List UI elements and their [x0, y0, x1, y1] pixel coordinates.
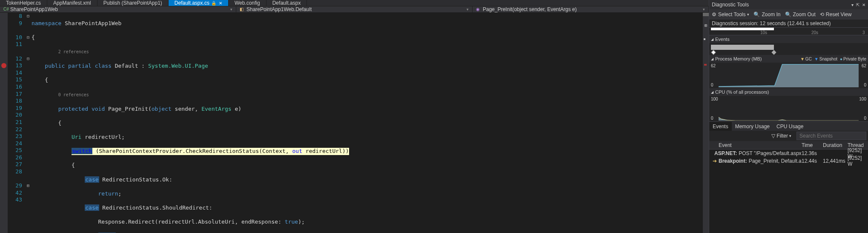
tab-default-aspx[interactable]: Default.aspx: [266, 0, 307, 6]
breakpoint-gutter[interactable]: [0, 13, 8, 233]
funnel-icon: ▽: [771, 133, 775, 139]
ref-hint[interactable]: 0 references: [58, 92, 89, 97]
ref-hint[interactable]: 2 references: [58, 49, 89, 54]
zoom-out-icon: 🔍: [785, 12, 791, 17]
t: Page_PreInit(: [105, 106, 152, 112]
kw: namespace: [32, 20, 61, 26]
tick: 10s: [760, 30, 767, 35]
select-tools-button[interactable]: ⚙Select Tools▾: [712, 12, 749, 17]
collapse-icon: ◢: [711, 90, 713, 94]
axis-label: 0: [864, 83, 866, 87]
tab-publish[interactable]: Publish (SharePointApp1): [97, 0, 169, 6]
close-icon[interactable]: ✕: [219, 1, 222, 6]
event-desc: Page_PreInit, Default.aspx.cs line 15: [749, 158, 802, 164]
crumb-label: Page_PreInit(object sender, EventArgs e): [483, 6, 577, 12]
cpu-section-header[interactable]: ◢ CPU (% of all processors): [709, 88, 868, 96]
search-input[interactable]: [796, 132, 866, 140]
axis-label: 0: [864, 116, 866, 121]
filter-button[interactable]: ▽Filter▾: [769, 132, 794, 140]
fold-gutter[interactable]: ⊟ ⊟ ⊟ ⊞: [25, 13, 32, 233]
tab-webconfig[interactable]: Web.config: [229, 0, 266, 6]
class-icon: ◧: [240, 7, 245, 12]
zoom-in-button[interactable]: 🔍Zoom In: [753, 12, 780, 17]
label: Zoom Out: [793, 12, 816, 17]
annotation-bar[interactable]: ⊞: [703, 13, 709, 233]
legend-gc: ▼GC: [800, 57, 812, 61]
event-diamond-icon: [711, 152, 714, 155]
type: Uri: [72, 134, 81, 140]
reset-icon: ⟲: [820, 12, 824, 17]
filter-row: ▽Filter▾: [709, 131, 868, 141]
kw: return: [98, 190, 118, 197]
t: Response.Redirect(redirectUrl.AbsoluteUr…: [32, 219, 285, 225]
split-handle-icon[interactable]: [703, 13, 709, 16]
collapse-icon: ◢: [711, 37, 713, 41]
collapse-icon: ◢: [711, 57, 713, 61]
editor-area: TokenHelper.cs AppManifest.xml Publish (…: [0, 0, 709, 233]
tab-memory-usage[interactable]: Memory Usage: [732, 122, 773, 131]
col-event[interactable]: Event: [709, 142, 802, 148]
breadcrumb-method[interactable]: ◉ Page_PreInit(object sender, EventArgs …: [473, 6, 709, 12]
line-number-gutter: 89 1011 12131415161718192021222324252627…: [8, 13, 25, 233]
chevron-down-icon: ▾: [703, 7, 705, 12]
kw: switch: [72, 148, 92, 154]
zoom-in-icon: 🔍: [753, 12, 760, 17]
diag-session-label: Diagnostics session: 12 seconds (12.441 …: [709, 20, 868, 28]
code-content[interactable]: namespace SharePointApp1Web { 2 referenc…: [32, 13, 703, 233]
t: (SharePointContextProvider.CheckRedirect…: [92, 148, 292, 154]
diag-title: Diagnostic Tools: [712, 2, 749, 8]
kw: object: [152, 106, 172, 112]
svg-marker-1: [719, 117, 859, 121]
label: Reset View: [826, 12, 851, 17]
label: Filter: [776, 133, 788, 139]
axis-label: 100: [711, 97, 718, 101]
cpu-chart[interactable]: 100 0 100 0: [709, 96, 868, 121]
arrow-icon: ➔: [713, 158, 717, 164]
label: Zoom In: [762, 12, 780, 17]
zoom-out-button[interactable]: 🔍Zoom Out: [785, 12, 816, 17]
tab-events[interactable]: Events: [709, 122, 732, 131]
tab-default-cs[interactable]: Default.aspx.cs 🔒 ✕: [169, 0, 229, 6]
diag-title-bar[interactable]: Diagnostic Tools ▾ ⇱ ✕: [709, 0, 868, 9]
dropdown-icon[interactable]: ▾: [851, 3, 854, 7]
breakpoint-icon[interactable]: [1, 63, 6, 68]
csharp-icon: C#: [3, 7, 9, 12]
pin-icon[interactable]: ⇱: [856, 3, 859, 7]
breadcrumb-class[interactable]: ◧ SharePointApp1Web.Default ▾: [236, 6, 473, 12]
chevron-down-icon: ▾: [467, 7, 469, 12]
t: ;: [118, 190, 122, 197]
timeline-ruler[interactable]: 10s 20s 3: [709, 28, 868, 35]
t: Default :: [112, 63, 148, 69]
svg-marker-0: [719, 64, 859, 87]
close-icon[interactable]: ✕: [862, 3, 865, 7]
memory-section-header[interactable]: ◢ Process Memory (MB) ▼GC ▼Snapshot ●Pri…: [709, 55, 868, 63]
col-time[interactable]: Time: [802, 142, 823, 148]
tab-tokenhelper[interactable]: TokenHelper.cs: [0, 0, 47, 6]
diag-detail-tabs: Events Memory Usage CPU Usage: [709, 121, 868, 131]
table-row[interactable]: ➔ Breakpoint: Page_PreInit, Default.aspx…: [709, 157, 868, 165]
events-track[interactable]: [709, 43, 868, 55]
diag-toolbar: ⚙Select Tools▾ 🔍Zoom In 🔍Zoom Out ⟲Reset…: [709, 9, 868, 20]
breadcrumb-project[interactable]: C# SharePointApp1Web ▾: [0, 6, 236, 12]
col-duration[interactable]: Duration: [823, 142, 848, 148]
event-diamond-icon: [711, 50, 716, 55]
cpu-area: [719, 97, 859, 121]
legend-snapshot: ▼Snapshot: [814, 57, 837, 61]
table-header[interactable]: Event Time Duration Thread: [709, 141, 868, 150]
plus-icon[interactable]: ⊞: [704, 22, 708, 26]
axis-label: 62: [862, 63, 866, 68]
axis-label: 62: [711, 63, 716, 68]
reset-view-button[interactable]: ⟲Reset View: [820, 12, 851, 17]
label: CPU (% of all processors): [715, 89, 769, 95]
label: Events: [715, 37, 730, 42]
memory-chart[interactable]: 62 0 62 0: [709, 63, 868, 88]
table-row[interactable]: ASP.NET: POST "/Pages/Default.aspx" 12.3…: [709, 150, 868, 157]
tab-appmanifest[interactable]: AppManifest.xml: [47, 0, 97, 6]
change-marker: [704, 38, 705, 40]
tab-label: Default.aspx.cs: [175, 0, 209, 6]
tab-cpu-usage[interactable]: CPU Usage: [773, 122, 807, 131]
tick: 20s: [811, 30, 818, 35]
events-section-header[interactable]: ◢ Events: [709, 35, 868, 43]
code-editor[interactable]: 89 1011 12131415161718192021222324252627…: [0, 13, 709, 233]
kw: public: [45, 63, 65, 69]
